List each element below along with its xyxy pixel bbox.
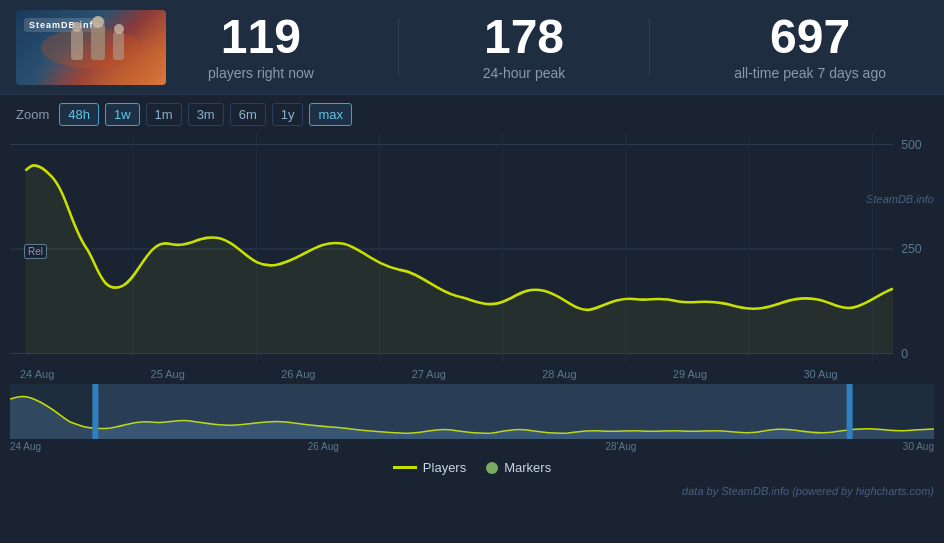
svg-text:0: 0 (901, 347, 908, 361)
svg-rect-21 (95, 384, 848, 439)
svg-point-6 (114, 24, 124, 34)
zoom-3m[interactable]: 3m (188, 103, 224, 126)
svg-rect-1 (71, 30, 83, 60)
x-label-30aug: 30 Aug (803, 368, 837, 380)
zoom-1w[interactable]: 1w (105, 103, 140, 126)
footer-bar: data by SteamDB.info (powered by highcha… (0, 481, 944, 501)
current-players-label: players right now (208, 65, 314, 81)
mini-x-label-24aug: 24 Aug (10, 441, 41, 452)
svg-rect-3 (113, 32, 124, 60)
x-label-25aug: 25 Aug (151, 368, 185, 380)
mini-chart (10, 384, 934, 439)
zoom-1y[interactable]: 1y (272, 103, 304, 126)
svg-rect-2 (91, 25, 105, 60)
mini-x-label-30aug: 30 Aug (903, 441, 934, 452)
mini-x-label-26aug: 26 Aug (308, 441, 339, 452)
svg-rect-23 (847, 384, 853, 439)
svg-point-4 (72, 22, 82, 32)
zoom-1m[interactable]: 1m (146, 103, 182, 126)
divider-1 (398, 17, 399, 77)
players-legend-line (393, 466, 417, 469)
x-label-28aug: 28 Aug (542, 368, 576, 380)
all-time-peak-block: 697 all-time peak 7 days ago (734, 13, 886, 81)
stats-container: 119 players right now 178 24-hour peak 6… (166, 13, 928, 81)
main-chart: Rel 500 250 0 (10, 134, 934, 364)
zoom-bar: Zoom 48h 1w 1m 3m 6m 1y max (0, 95, 944, 134)
svg-text:250: 250 (901, 242, 922, 256)
svg-rect-22 (92, 384, 98, 439)
peak-24h-label: 24-hour peak (483, 65, 566, 81)
markers-legend: Markers (486, 460, 551, 475)
zoom-label: Zoom (16, 107, 49, 122)
rel-marker: Rel (24, 244, 47, 259)
header: SteamDB.info 119 players right now 178 2… (0, 0, 944, 95)
x-label-27aug: 27 Aug (412, 368, 446, 380)
zoom-6m[interactable]: 6m (230, 103, 266, 126)
legend: Players Markers (0, 454, 944, 481)
footer-credit: data by SteamDB.info (powered by highcha… (682, 485, 934, 497)
peak-24h-block: 178 24-hour peak (483, 13, 566, 81)
svg-text:500: 500 (901, 138, 922, 152)
all-time-peak-value: 697 (734, 13, 886, 61)
main-chart-svg: 500 250 0 (10, 134, 934, 364)
peak-24h-value: 178 (483, 13, 566, 61)
players-legend-label: Players (423, 460, 466, 475)
x-label-29aug: 29 Aug (673, 368, 707, 380)
markers-legend-label: Markers (504, 460, 551, 475)
current-players-value: 119 (208, 13, 314, 61)
game-image: SteamDB.info (16, 10, 166, 85)
all-time-peak-label: all-time peak 7 days ago (734, 65, 886, 81)
zoom-48h[interactable]: 48h (59, 103, 99, 126)
mini-x-label-28aug: 28'Aug (605, 441, 636, 452)
players-legend: Players (393, 460, 466, 475)
current-players-block: 119 players right now (208, 13, 314, 81)
mini-chart-svg (10, 384, 934, 439)
x-axis-labels: 24 Aug 25 Aug 26 Aug 27 Aug 28 Aug 29 Au… (0, 364, 944, 384)
markers-legend-dot (486, 462, 498, 474)
divider-2 (649, 17, 650, 77)
svg-point-5 (92, 16, 104, 28)
mini-x-axis: 24 Aug 26 Aug 28'Aug 30 Aug (0, 439, 944, 454)
x-label-24aug: 24 Aug (20, 368, 54, 380)
zoom-max[interactable]: max (309, 103, 352, 126)
x-label-26aug: 26 Aug (281, 368, 315, 380)
